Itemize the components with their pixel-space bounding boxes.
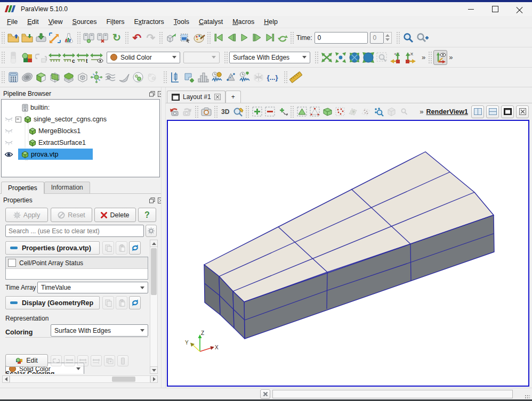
reset-button[interactable]: Reset [51,208,92,222]
toggle-color-legend-button[interactable] [6,50,20,65]
separate-color-map-button[interactable] [34,50,48,65]
tree-expander[interactable] [15,117,21,122]
interactive-select-cells-button[interactable] [372,105,385,119]
tab-properties[interactable]: Properties [1,182,44,194]
toolbar-handle[interactable] [163,71,167,84]
warp-by-vector-button[interactable] [117,70,131,85]
capture-screenshot-button[interactable] [200,105,213,119]
slice-filter-button[interactable] [48,70,62,85]
scroll-right-button[interactable] [150,375,158,383]
loop-button[interactable] [276,31,289,45]
calculator-filter-button[interactable] [6,70,20,85]
properties-vertical-scrollbar[interactable] [150,240,158,374]
toolbar-handle[interactable] [290,31,294,44]
camera-axes-toggle-button[interactable] [433,50,447,65]
open-file-button[interactable] [6,30,20,45]
select-points-on-surface-button[interactable] [308,105,321,119]
camera-redo-button[interactable] [181,105,194,119]
pipeline-item-prova-selected[interactable]: prova.vtp [2,149,159,160]
panel-splitter[interactable] [161,87,166,388]
disconnect-server-button[interactable] [96,30,110,45]
last-frame-button[interactable] [263,31,276,45]
rescale-data-mini-button[interactable] [64,355,75,366]
help-button[interactable]: ? [138,208,156,222]
next-frame-button[interactable] [251,31,263,45]
toolbar-handle[interactable] [224,51,228,64]
undo-button[interactable]: ↶ [130,30,144,45]
display-section-header[interactable]: Display (GeometryRep [5,296,100,309]
float-dock-button[interactable] [149,197,156,204]
zoom-camera-plus-button[interactable] [415,30,429,45]
toolbar-handle[interactable] [245,105,249,118]
scroll-thumb[interactable] [151,248,157,295]
search-options-button[interactable] [146,225,157,237]
abort-progress-button[interactable] [260,389,270,399]
toolbar-handle[interactable] [396,31,400,44]
programmable-filter-button[interactable]: {...} [265,70,279,85]
connect-server-button[interactable] [82,30,96,45]
toggle-selection-modifier-button[interactable] [276,105,289,119]
menu-file[interactable]: File [2,17,22,27]
reload-display-button[interactable] [129,296,141,309]
redo-button[interactable]: ↷ [144,30,158,45]
search-input[interactable] [5,225,144,237]
glyph-filter-button[interactable] [90,70,103,85]
choose-preset-button[interactable] [104,355,115,366]
menu-view[interactable]: View [44,17,68,27]
group-datasets-button[interactable] [131,70,145,85]
component-combobox[interactable] [183,52,220,63]
source-up-button[interactable] [164,30,178,45]
add-layout-tab-button[interactable]: + [225,91,241,103]
visibility-toggle[interactable] [2,117,15,122]
threshold-filter-button[interactable] [62,70,76,85]
render-viewport[interactable]: Z X Y [167,120,529,387]
time-input[interactable] [315,32,368,44]
zoom-closest-to-data-button[interactable] [361,50,375,65]
toolbar-handle[interactable] [159,31,163,44]
pipeline-item-source[interactable]: single_sector_cgns.cgns [2,113,159,125]
reset-camera-closest-button[interactable] [348,50,361,65]
zoom-to-data-button[interactable] [334,50,348,65]
maximize-view-button[interactable] [501,105,514,118]
visibility-toggle[interactable] [2,151,15,158]
rescale-to-custom-range-button[interactable]: c [62,50,76,65]
histogram-button[interactable] [196,70,210,85]
toolbar-handle[interactable] [315,51,319,64]
paste-display-button[interactable] [116,296,127,309]
menu-catalyst[interactable]: Catalyst [194,17,228,27]
view-toolbar-overflow-button[interactable]: » [418,108,425,116]
select-points-through-button[interactable] [334,105,346,119]
view-plus-x-button[interactable]: +X [389,50,403,65]
close-view-button[interactable] [516,105,529,118]
rescale-custom-mini-button[interactable] [77,355,88,366]
menu-extractors[interactable]: Extractors [130,17,169,27]
add-selection-button[interactable] [251,105,263,119]
save-state-button[interactable] [20,30,34,45]
plot-over-line-button[interactable] [224,70,238,85]
previous-frame-button[interactable] [225,31,238,45]
scroll-up-button[interactable] [150,240,158,247]
contour-filter-button[interactable] [20,70,34,85]
toolbar-handle[interactable] [77,31,81,44]
rescale-to-temporal-range-button[interactable]: t [76,50,90,65]
menu-edit[interactable]: Edit [22,17,44,27]
copy-display-button[interactable] [102,296,114,309]
extract-subset-button[interactable] [76,70,90,85]
render-view-name[interactable]: RenderView1 [426,108,468,116]
view-minus-x-button[interactable]: -X [403,50,417,65]
source-properties-section-header[interactable]: Properties (prova.vtp) [5,241,100,255]
auto-apply-button[interactable] [178,30,192,45]
menu-filters[interactable]: Filters [101,17,129,27]
time-array-combobox[interactable]: TimeValue [37,282,148,293]
extract-selection-button[interactable] [182,70,196,85]
first-frame-button[interactable] [212,31,225,45]
select-cells-on-surface-button[interactable] [295,105,308,119]
extract-level-button[interactable] [145,70,159,85]
show-scalar-bar-mini-button[interactable] [117,355,128,366]
toolbar-handle[interactable] [1,31,5,44]
color-palette-button[interactable] [192,30,206,45]
plot-over-time-button[interactable] [210,70,224,85]
rescale-to-visible-range-button[interactable] [90,50,103,65]
glyph-with-custom-source-button[interactable] [252,70,265,85]
pipeline-item-extractsurface[interactable]: ExtractSurface1 [2,137,159,149]
